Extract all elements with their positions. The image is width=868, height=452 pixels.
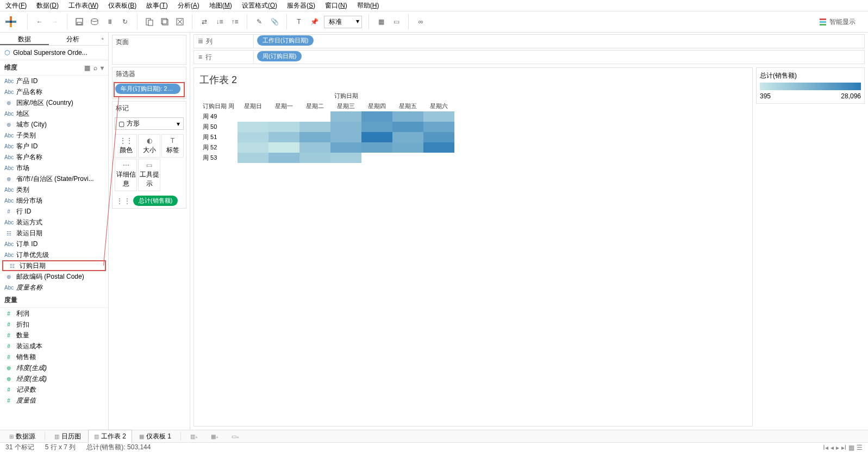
field-item[interactable]: Abc子类别 <box>0 130 108 141</box>
clear-icon[interactable] <box>172 14 188 29</box>
tab-analysis[interactable]: 分析 <box>49 33 98 45</box>
heatmap-cell[interactable] <box>361 142 392 153</box>
tab-datasource[interactable]: ⊞数据源 <box>3 430 41 443</box>
field-item[interactable]: ☷订购日期 <box>2 260 106 271</box>
heatmap-cell[interactable] <box>330 132 361 142</box>
menu-item[interactable]: 帮助(H) <box>357 1 379 10</box>
view-mode-icon[interactable]: ▦ <box>84 64 90 72</box>
field-item[interactable]: #记录数 <box>0 384 108 395</box>
last-icon[interactable]: ▸I <box>841 444 846 451</box>
prev-icon[interactable]: ◂ <box>830 444 834 451</box>
field-item[interactable]: #折扣 <box>0 319 108 330</box>
show-me-button[interactable]: 智能显示 <box>820 17 864 27</box>
field-item[interactable]: Abc客户 ID <box>0 141 108 152</box>
field-item[interactable]: Abc细分市场 <box>0 195 108 206</box>
mark-label[interactable]: T标签 <box>161 134 184 158</box>
menu-item[interactable]: 服务器(S) <box>287 1 315 10</box>
search-icon[interactable]: ⌕ <box>93 64 97 72</box>
pin-icon[interactable]: 📌 <box>307 14 322 29</box>
heatmap-cell[interactable] <box>361 153 392 163</box>
heatmap-cell[interactable] <box>238 122 268 132</box>
heatmap-cell[interactable] <box>361 132 392 142</box>
new-worksheet-icon[interactable] <box>142 14 157 29</box>
heatmap-cell[interactable] <box>423 111 454 122</box>
menu-item[interactable]: 地图(M) <box>209 1 232 10</box>
sum-sales-pill[interactable]: 总计(销售额) <box>133 196 178 206</box>
refresh-icon[interactable]: ↻ <box>117 14 133 29</box>
sort-desc-icon[interactable]: ↑≡ <box>227 14 242 29</box>
sheet-tab[interactable]: ▦仪表板 1 <box>133 430 177 443</box>
heatmap-cell[interactable] <box>361 122 392 132</box>
attachment-icon[interactable]: 📎 <box>267 14 282 29</box>
rows-shelf[interactable]: ≡行 周(订购日期) <box>193 50 865 64</box>
heatmap-cell[interactable] <box>238 142 268 153</box>
save-icon[interactable] <box>72 14 87 29</box>
field-item[interactable]: Abc装运方式 <box>0 217 108 228</box>
heatmap-cell[interactable] <box>423 122 454 132</box>
field-item[interactable]: ⊕国家/地区 (Country) <box>0 97 108 108</box>
highlight-icon[interactable]: ✎ <box>252 14 267 29</box>
mark-detail[interactable]: ⋯详细信息 <box>115 159 137 191</box>
swap-icon[interactable]: ⇄ <box>197 14 212 29</box>
heatmap-cell[interactable] <box>268 111 299 122</box>
back-icon[interactable]: ← <box>32 14 47 29</box>
menu-item[interactable]: 文件(F) <box>5 1 27 10</box>
heatmap-cell[interactable] <box>299 153 330 163</box>
heatmap-cell[interactable] <box>238 153 268 163</box>
mark-size[interactable]: ◐大小 <box>138 134 160 158</box>
color-legend[interactable]: 总计(销售额) 39528,096 <box>756 67 865 104</box>
duplicate-icon[interactable] <box>157 14 172 29</box>
field-item[interactable]: Abc市场 <box>0 162 108 173</box>
sort-asc-icon[interactable]: ↓≡ <box>212 14 227 29</box>
menu-item[interactable]: 工作表(W) <box>68 1 98 10</box>
menu-icon[interactable]: ▾ <box>101 64 104 72</box>
heatmap-cell[interactable] <box>330 153 361 163</box>
heatmap-cell[interactable] <box>392 111 423 122</box>
field-item[interactable]: Abc客户名称 <box>0 152 108 162</box>
heatmap-cell[interactable] <box>238 132 268 142</box>
heatmap-cell[interactable] <box>268 142 299 153</box>
filter-pill[interactable]: 年月(订购日期): 2015.. <box>115 84 180 94</box>
show-cards-icon[interactable]: ▦ <box>373 14 389 29</box>
field-item[interactable]: Abc订单优先级 <box>0 249 108 260</box>
heatmap-cell[interactable] <box>392 153 423 163</box>
sheet-title[interactable]: 工作表 2 <box>199 73 747 86</box>
field-item[interactable]: #利润 <box>0 308 108 319</box>
field-item[interactable]: Abc订单 ID <box>0 238 108 249</box>
columns-shelf[interactable]: iii列 工作日(订购日期) <box>193 34 865 48</box>
heatmap-cell[interactable] <box>299 132 330 142</box>
field-item[interactable]: Abc产品 ID <box>0 76 108 86</box>
menu-item[interactable]: 设置格式(O) <box>242 1 277 10</box>
heatmap-cell[interactable] <box>330 122 361 132</box>
viz-canvas[interactable]: 工作表 2 订购日期订购日期 周星期日星期一星期二星期三星期四星期五星期六周 4… <box>193 67 753 426</box>
heatmap-cell[interactable] <box>392 142 423 153</box>
menu-item[interactable]: 仪表板(B) <box>108 1 136 10</box>
heatmap-cell[interactable] <box>361 111 392 122</box>
heatmap-cell[interactable] <box>423 142 454 153</box>
forward-icon[interactable]: → <box>47 14 63 29</box>
heatmap-cell[interactable] <box>268 153 299 163</box>
new-datasource-icon[interactable] <box>87 14 102 29</box>
tabs-icon[interactable]: ☰ <box>857 444 863 451</box>
heatmap-cell[interactable] <box>423 132 454 142</box>
next-icon[interactable]: ▸ <box>836 444 839 451</box>
mark-tooltip[interactable]: ▭工具提示 <box>138 159 160 191</box>
field-item[interactable]: #行 ID <box>0 206 108 217</box>
heatmap-cell[interactable] <box>392 132 423 142</box>
columns-pill[interactable]: 工作日(订购日期) <box>257 35 314 46</box>
filmstrip-icon[interactable]: ▦ <box>848 444 854 451</box>
heatmap-cell[interactable] <box>299 122 330 132</box>
new-worksheet-tab[interactable]: ▥₊ <box>184 431 204 442</box>
rows-pill[interactable]: 周(订购日期) <box>257 51 302 61</box>
share-icon[interactable]: ∞ <box>413 14 428 29</box>
field-item[interactable]: Abc类别 <box>0 184 108 195</box>
heatmap-cell[interactable] <box>238 111 268 122</box>
pause-icon[interactable]: ⏸ <box>102 14 117 29</box>
field-item[interactable]: ⊕城市 (City) <box>0 119 108 130</box>
heatmap-cell[interactable] <box>392 122 423 132</box>
heatmap-cell[interactable] <box>330 111 361 122</box>
new-story-tab[interactable]: ▭₊ <box>226 431 245 442</box>
sheet-tab[interactable]: ▥工作表 2 <box>88 430 132 443</box>
mark-type-select[interactable]: ▢方形▾ <box>115 117 184 130</box>
field-item[interactable]: ⊕邮政编码 (Postal Code) <box>0 271 108 282</box>
